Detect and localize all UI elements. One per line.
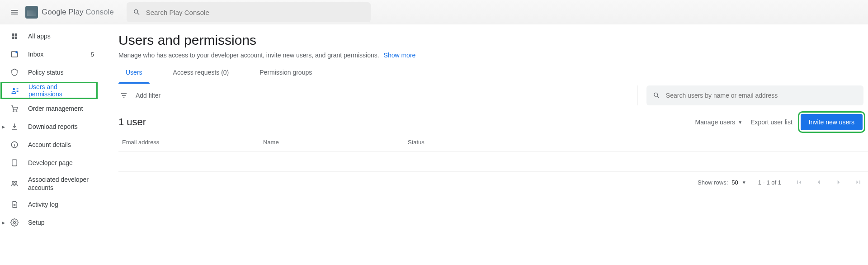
show-more-link[interactable]: Show more xyxy=(384,52,416,59)
table-row[interactable] xyxy=(118,152,868,172)
tab-permission-groups[interactable]: Permission groups xyxy=(252,65,319,83)
caret-down-icon: ▼ xyxy=(742,180,746,185)
document-icon xyxy=(10,200,19,208)
sidebar-item-all-apps[interactable]: All apps xyxy=(0,27,99,45)
sidebar-item-label: Account details xyxy=(28,141,71,148)
sidebar-item-label: Developer page xyxy=(28,159,73,166)
svg-point-3 xyxy=(13,111,14,112)
apps-icon xyxy=(10,32,19,40)
sidebar-item-order-management[interactable]: Order management xyxy=(0,99,99,118)
svg-point-4 xyxy=(16,111,17,112)
export-user-list-button[interactable]: Export user list xyxy=(750,118,793,126)
inbox-badge: 5 xyxy=(91,51,94,58)
tab-label: Users xyxy=(126,69,142,76)
brand[interactable]: Google Play Console xyxy=(25,6,114,19)
last-page-icon xyxy=(854,178,863,186)
svg-point-9 xyxy=(14,222,16,224)
caret-right-icon: ▸ xyxy=(2,219,5,226)
tab-label: Access requests (0) xyxy=(173,69,229,76)
sidebar-item-label: Order management xyxy=(28,105,83,112)
sidebar-item-label: Activity log xyxy=(28,201,58,208)
sidebar-item-download-reports[interactable]: ▸ Download reports xyxy=(0,118,99,136)
sidebar-item-label: Download reports xyxy=(28,123,78,130)
chevron-left-icon xyxy=(815,178,823,186)
table-header-row: Email address Name Status xyxy=(118,133,868,152)
sidebar-item-inbox[interactable]: Inbox 5 xyxy=(0,45,99,63)
caret-right-icon: ▸ xyxy=(2,123,5,130)
next-page-button[interactable] xyxy=(833,176,844,188)
hamburger-icon xyxy=(10,8,19,17)
global-search[interactable] xyxy=(127,2,371,22)
search-icon xyxy=(133,8,141,16)
page-title: Users and permissions xyxy=(118,33,868,48)
invite-new-users-button[interactable]: Invite new users xyxy=(801,114,863,130)
gear-icon xyxy=(10,218,19,227)
info-icon xyxy=(10,141,19,149)
col-header-email[interactable]: Email address xyxy=(118,139,263,146)
col-header-status[interactable]: Status xyxy=(408,139,868,146)
first-page-button[interactable] xyxy=(793,176,805,188)
user-search-input[interactable] xyxy=(666,92,857,99)
sidebar-item-label: Setup xyxy=(28,219,45,226)
users-icon xyxy=(10,86,19,95)
sidebar-item-associated-accounts[interactable]: Associated developer accounts xyxy=(0,172,99,195)
add-filter-label: Add filter xyxy=(136,92,160,99)
pagination-range: 1 - 1 of 1 xyxy=(758,179,781,186)
page-icon xyxy=(10,159,19,167)
page-subtitle-text: Manage who has access to your developer … xyxy=(118,52,379,59)
search-icon xyxy=(653,91,660,99)
manage-users-button[interactable]: Manage users ▼ xyxy=(695,118,743,126)
rows-value: 50 xyxy=(731,179,738,186)
main-content: Users and permissions Manage who has acc… xyxy=(99,24,868,265)
inbox-icon xyxy=(10,50,19,58)
sidebar-item-developer-page[interactable]: Developer page xyxy=(0,154,99,172)
global-search-input[interactable] xyxy=(146,9,364,16)
manage-users-label: Manage users xyxy=(695,118,736,126)
sidebar-item-activity-log[interactable]: Activity log xyxy=(0,195,99,213)
table-footer: Show rows: 50 ▼ 1 - 1 of 1 xyxy=(118,172,868,188)
user-search[interactable] xyxy=(646,85,863,105)
last-page-button[interactable] xyxy=(853,176,864,188)
menu-hamburger-button[interactable] xyxy=(4,1,25,23)
sidebar-item-setup[interactable]: ▸ Setup xyxy=(0,213,99,232)
sidebar-item-account-details[interactable]: Account details xyxy=(0,136,99,154)
svg-point-8 xyxy=(15,181,17,184)
pager xyxy=(793,176,864,188)
users-table: Email address Name Status xyxy=(118,133,868,172)
filter-icon xyxy=(120,92,127,99)
play-console-logo-icon xyxy=(25,6,38,19)
chevron-right-icon xyxy=(835,178,843,186)
filter-bar: Add filter xyxy=(118,83,868,108)
shield-icon xyxy=(10,68,19,76)
page-subtitle: Manage who has access to your developer … xyxy=(118,52,868,59)
sidebar-item-label: Associated developer accounts xyxy=(28,175,94,192)
tab-bar: Users Access requests (0) Permission gro… xyxy=(118,65,868,83)
people-icon xyxy=(10,180,19,188)
show-rows-label: Show rows: xyxy=(698,179,728,186)
tab-label: Permission groups xyxy=(259,69,312,76)
rows-per-page[interactable]: Show rows: 50 ▼ xyxy=(698,179,746,186)
sidebar-item-label: Policy status xyxy=(28,69,64,76)
brand-text-2: Console xyxy=(85,8,113,16)
sidebar: All apps Inbox 5 Policy status Users and… xyxy=(0,24,99,265)
invite-label: Invite new users xyxy=(809,118,854,126)
user-count-heading: 1 user xyxy=(118,116,695,128)
prev-page-button[interactable] xyxy=(813,176,825,188)
tab-access-requests[interactable]: Access requests (0) xyxy=(166,65,236,83)
svg-point-7 xyxy=(12,181,14,184)
brand-text: Google Play Console xyxy=(42,8,114,17)
download-icon xyxy=(10,123,19,131)
list-header: 1 user Manage users ▼ Export user list I… xyxy=(118,114,868,130)
sidebar-item-policy-status[interactable]: Policy status xyxy=(0,63,99,81)
tab-users[interactable]: Users xyxy=(118,65,150,83)
sidebar-item-label: Users and permissions xyxy=(28,83,91,98)
brand-text-1: Google Play xyxy=(42,8,85,16)
sidebar-item-label: All apps xyxy=(28,33,51,40)
cart-icon xyxy=(10,104,19,113)
add-filter-button[interactable]: Add filter xyxy=(120,92,160,99)
svg-rect-6 xyxy=(12,160,17,166)
export-label: Export user list xyxy=(750,118,793,126)
col-header-name[interactable]: Name xyxy=(263,139,408,146)
sidebar-item-users-permissions[interactable]: Users and permissions xyxy=(0,82,98,99)
first-page-icon xyxy=(795,178,803,186)
